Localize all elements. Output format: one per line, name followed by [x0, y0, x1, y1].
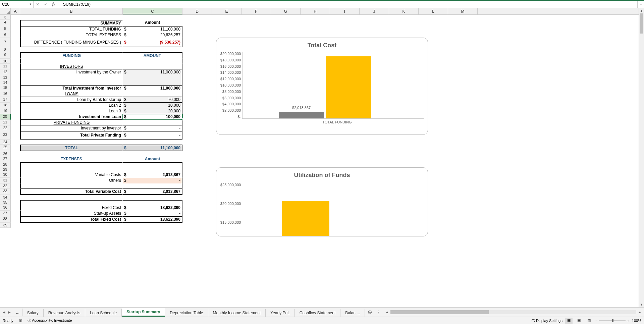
- tab-nav-prev-icon[interactable]: ◄: [2, 310, 6, 315]
- investment-owner-label[interactable]: Investment by the Owner: [20, 69, 123, 75]
- cancel-formula-icon[interactable]: ✕: [34, 1, 42, 8]
- display-settings[interactable]: 🖵 Display Settings: [531, 319, 562, 323]
- loans-label[interactable]: LOANS: [20, 91, 123, 97]
- row-header-39[interactable]: 39: [0, 223, 11, 228]
- tab-balance[interactable]: Balan ...: [340, 309, 365, 317]
- row-header-10[interactable]: 10: [0, 59, 11, 64]
- col-header-J[interactable]: J: [360, 8, 389, 14]
- view-page-break-icon[interactable]: ▥: [585, 318, 593, 324]
- loan3-label[interactable]: Loan 3: [20, 108, 123, 114]
- row-header-3[interactable]: 3: [0, 15, 11, 20]
- row-header-8[interactable]: 8: [0, 47, 11, 52]
- col-header-E[interactable]: E: [212, 8, 241, 14]
- col-header-C[interactable]: C: [123, 8, 182, 14]
- expand-formula-bar-icon[interactable]: ⌄: [637, 1, 644, 8]
- row-header-32[interactable]: 32: [0, 183, 11, 188]
- fill-handle[interactable]: [181, 118, 183, 120]
- tab-nav-next-icon[interactable]: ►: [7, 310, 11, 315]
- tab-cashflow[interactable]: Cashflow Statement: [295, 309, 340, 317]
- funding-amount-label[interactable]: AMOUNT: [123, 52, 182, 59]
- tab-overflow[interactable]: ...: [13, 309, 22, 316]
- row-header-35[interactable]: 35: [0, 200, 11, 205]
- hscroll-track[interactable]: [390, 310, 636, 314]
- zoom-slider[interactable]: − +: [595, 319, 629, 323]
- difference-label[interactable]: DIFFERENCE ( FUNDING MINUS EXPENSES ): [20, 38, 123, 47]
- name-box-dropdown-icon[interactable]: ▼: [29, 3, 32, 6]
- name-box[interactable]: C20 ▼: [0, 1, 34, 8]
- scroll-down-icon[interactable]: ▼: [639, 302, 644, 307]
- total-expenses-label[interactable]: TOTAL EXPENSES: [20, 32, 123, 38]
- scroll-thumb[interactable]: [640, 13, 643, 34]
- row-header-36[interactable]: 36: [0, 205, 11, 211]
- col-header-B[interactable]: B: [20, 8, 123, 14]
- loan-bank-label[interactable]: Loan by Bank for startup: [20, 97, 123, 103]
- funding-title[interactable]: FUNDING: [20, 52, 123, 59]
- fx-icon[interactable]: fx: [50, 1, 58, 8]
- total-variable-label[interactable]: Total Variable Cost: [20, 188, 123, 195]
- row-header-6[interactable]: 6: [0, 32, 11, 38]
- tab-monthly-income[interactable]: Monthly Income Statement: [208, 309, 266, 317]
- expenses-title[interactable]: EXPENSES: [20, 156, 123, 162]
- row-header-4[interactable]: 4: [0, 20, 11, 26]
- row-header-14[interactable]: 14: [0, 80, 11, 85]
- view-page-layout-icon[interactable]: ▤: [575, 318, 583, 324]
- row-header-17[interactable]: 17: [0, 97, 11, 103]
- row-header-31[interactable]: 31: [0, 178, 11, 183]
- tab-depreciation-table[interactable]: Depreciation Table: [165, 309, 208, 317]
- col-header-H[interactable]: H: [301, 8, 330, 14]
- total-investor-label[interactable]: Total Investment from Investor: [20, 85, 123, 91]
- row-header-22[interactable]: 22: [0, 125, 11, 131]
- row-header-29[interactable]: 29: [0, 167, 11, 172]
- macro-record-icon[interactable]: ▣: [19, 318, 22, 323]
- total-label[interactable]: TOTAL: [20, 145, 123, 151]
- row-header-34[interactable]: 34: [0, 195, 11, 200]
- col-header-A[interactable]: A: [11, 8, 20, 14]
- row-header-7[interactable]: 7: [0, 38, 11, 47]
- investment-investor-label[interactable]: Investment by investor: [20, 125, 123, 131]
- row-header-21[interactable]: 21: [0, 120, 11, 125]
- row-header-25[interactable]: 25: [0, 145, 11, 151]
- row-header-13[interactable]: 13: [0, 75, 11, 80]
- col-header-F[interactable]: F: [241, 8, 271, 14]
- col-header-M[interactable]: M: [448, 8, 478, 14]
- scroll-up-icon[interactable]: ▲: [639, 8, 644, 13]
- view-normal-icon[interactable]: ▦: [565, 318, 573, 324]
- zoom-out-icon[interactable]: −: [595, 319, 597, 323]
- row-header-16[interactable]: 16: [0, 91, 11, 97]
- row-header-12[interactable]: 12: [0, 69, 11, 75]
- row-header-23[interactable]: 23: [0, 131, 11, 140]
- accessibility-status[interactable]: ⓘ Accessibility: Investigate: [28, 318, 72, 323]
- row-header-19[interactable]: 19: [0, 108, 11, 114]
- col-header-L[interactable]: L: [419, 8, 448, 14]
- hscroll-thumb[interactable]: [390, 310, 489, 314]
- variable-costs-label[interactable]: Variable Costs: [20, 172, 123, 178]
- total-private-label[interactable]: Total Private Funding: [20, 131, 123, 140]
- row-header-38[interactable]: 38: [0, 216, 11, 223]
- loan2-label[interactable]: Loan 2: [20, 103, 123, 108]
- grid[interactable]: A B C D E F G H I J K L M 3 4 SUMM: [0, 8, 639, 307]
- add-sheet-icon[interactable]: ⊕: [365, 309, 375, 315]
- active-cell[interactable]: $100,000: [123, 114, 182, 120]
- row-header-20[interactable]: 20: [0, 114, 11, 120]
- col-header-D[interactable]: D: [182, 8, 212, 14]
- row-header-33[interactable]: 33: [0, 188, 11, 195]
- row-header-11[interactable]: 11: [0, 64, 11, 69]
- zoom-in-icon[interactable]: +: [627, 319, 629, 323]
- row-header-18[interactable]: 18: [0, 103, 11, 108]
- startup-assets-label[interactable]: Start-up Assets: [20, 211, 123, 216]
- amount-label[interactable]: Amount: [123, 20, 182, 26]
- select-all-corner[interactable]: [0, 8, 11, 14]
- row-header-15[interactable]: 15: [0, 85, 11, 91]
- tab-yearly-pnl[interactable]: Yearly PnL: [266, 309, 295, 317]
- zoom-track[interactable]: [599, 320, 626, 321]
- formula-input[interactable]: =SUM(C17:C19): [58, 1, 637, 8]
- col-header-K[interactable]: K: [389, 8, 419, 14]
- row-header-9[interactable]: 9: [0, 52, 11, 59]
- tab-salary[interactable]: Salary: [22, 309, 44, 317]
- investors-label[interactable]: INVESTORS: [20, 64, 123, 69]
- hscroll-right-icon[interactable]: ►: [637, 311, 643, 314]
- private-funding-label[interactable]: PRIVATE FUNDING: [20, 120, 123, 125]
- chart-utilization[interactable]: Utilization of Funds $25,000,000 $20,000…: [216, 167, 428, 236]
- tab-loan-schedule[interactable]: Loan Schedule: [85, 309, 122, 317]
- row-header-27[interactable]: 27: [0, 156, 11, 162]
